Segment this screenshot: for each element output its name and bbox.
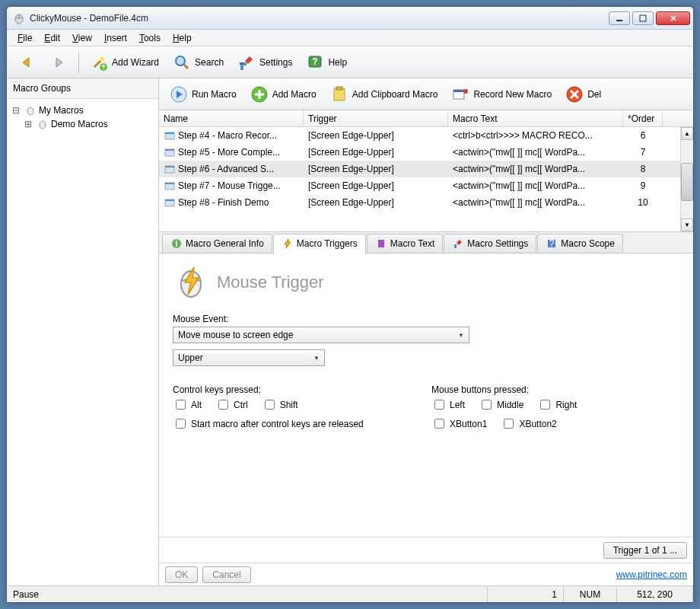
run-macro-button[interactable]: Run Macro bbox=[164, 82, 243, 107]
search-button[interactable]: Search bbox=[167, 50, 230, 75]
start-after-checkbox[interactable]: Start macro after control keys are relea… bbox=[173, 416, 401, 431]
scrollbar[interactable]: ▲ ▼ bbox=[680, 127, 693, 231]
left-checkbox[interactable]: Left bbox=[431, 397, 465, 412]
control-keys-label: Control keys pressed: bbox=[173, 384, 401, 395]
search-label: Search bbox=[195, 57, 224, 68]
arrow-right-icon bbox=[49, 53, 68, 72]
bookmark-icon bbox=[375, 238, 387, 250]
alt-checkbox[interactable]: Alt bbox=[173, 397, 202, 412]
bolt-icon bbox=[282, 238, 294, 250]
expand-icon[interactable]: ⊟ bbox=[10, 105, 22, 116]
scroll-down-icon[interactable]: ▼ bbox=[681, 218, 693, 231]
svg-text:+: + bbox=[100, 61, 106, 72]
svg-point-11 bbox=[27, 107, 33, 115]
tab-general-label: Macro General Info bbox=[186, 238, 264, 249]
app-window: ClickyMouse - DemoFile.4cm File Edit Vie… bbox=[6, 6, 694, 603]
table-row[interactable]: Step #6 - Advanced S...[Screen Edge-Uppe… bbox=[159, 161, 693, 177]
svg-rect-24 bbox=[165, 149, 174, 151]
add-macro-button[interactable]: Add Macro bbox=[244, 82, 323, 107]
shift-checkbox[interactable]: Shift bbox=[262, 397, 298, 412]
delete-label: Del bbox=[587, 89, 601, 100]
edge-combo[interactable]: Upper▼ bbox=[173, 349, 325, 366]
tab-content: Mouse Trigger Mouse Event: Move mouse to… bbox=[159, 253, 693, 537]
cancel-button[interactable]: Cancel bbox=[202, 566, 250, 583]
xbutton1-checkbox[interactable]: XButton1 bbox=[431, 416, 487, 431]
col-name[interactable]: Name bbox=[159, 110, 304, 126]
minimize-button[interactable] bbox=[609, 11, 630, 25]
help-button[interactable]: ?Help bbox=[300, 50, 353, 75]
macro-icon bbox=[164, 163, 176, 175]
delete-button[interactable]: Del bbox=[559, 82, 607, 107]
tab-text-label: Macro Text bbox=[390, 238, 434, 249]
status-count: 1 bbox=[488, 586, 564, 602]
close-button[interactable] bbox=[656, 11, 690, 25]
ok-button[interactable]: OK bbox=[165, 566, 198, 583]
table-row[interactable]: Step #4 - Macro Recor...[Screen Edge-Upp… bbox=[159, 127, 693, 144]
back-button[interactable] bbox=[11, 50, 42, 75]
record-macro-button[interactable]: Record New Macro bbox=[445, 82, 558, 107]
scroll-up-icon[interactable]: ▲ bbox=[681, 127, 693, 140]
vendor-link[interactable]: www.pitrinec.com bbox=[616, 569, 687, 580]
info-icon: i bbox=[170, 238, 183, 250]
menu-edit[interactable]: Edit bbox=[38, 31, 66, 45]
scroll-thumb[interactable] bbox=[681, 163, 693, 201]
forward-button[interactable] bbox=[43, 50, 74, 75]
tab-settings[interactable]: Macro Settings bbox=[444, 234, 536, 253]
add-wizard-label: Add Wizard bbox=[112, 57, 159, 68]
tab-triggers-label: Macro Triggers bbox=[297, 238, 358, 249]
add-icon bbox=[250, 85, 269, 104]
menu-view[interactable]: View bbox=[66, 31, 98, 45]
search-icon bbox=[173, 53, 191, 72]
menu-file[interactable]: File bbox=[11, 31, 38, 45]
clipboard-icon bbox=[330, 85, 348, 104]
add-wizard-button[interactable]: +Add Wizard bbox=[84, 50, 165, 75]
col-order[interactable]: *Order bbox=[623, 110, 663, 126]
table-row[interactable]: Step #7 - Mouse Trigge...[Screen Edge-Up… bbox=[159, 177, 693, 194]
table-row[interactable]: Step #5 - More Comple...[Screen Edge-Upp… bbox=[159, 144, 693, 161]
settings-button[interactable]: Settings bbox=[231, 50, 298, 75]
list-body[interactable]: Step #4 - Macro Recor...[Screen Edge-Upp… bbox=[159, 127, 693, 231]
svg-rect-22 bbox=[165, 132, 174, 134]
menu-insert[interactable]: Insert bbox=[98, 31, 133, 45]
scroll-track[interactable] bbox=[681, 140, 693, 218]
tab-scope[interactable]: ?Macro Scope bbox=[537, 234, 623, 253]
window-title: ClickyMouse - DemoFile.4cm bbox=[30, 13, 609, 24]
col-text[interactable]: Macro Text bbox=[448, 110, 623, 126]
status-bar: Pause 1 NUM 512, 290 bbox=[7, 585, 693, 602]
add-macro-label: Add Macro bbox=[272, 89, 317, 100]
menu-tools[interactable]: Tools bbox=[133, 31, 167, 45]
col-trigger[interactable]: Trigger bbox=[304, 110, 448, 126]
mouse-event-combo[interactable]: Move mouse to screen edge▼ bbox=[173, 327, 469, 343]
tab-triggers[interactable]: Macro Triggers bbox=[273, 234, 366, 253]
svg-rect-9 bbox=[243, 62, 247, 65]
wizard-icon: + bbox=[90, 53, 108, 72]
svg-rect-33 bbox=[378, 240, 384, 247]
xbutton2-checkbox[interactable]: XButton2 bbox=[501, 416, 556, 431]
svg-point-6 bbox=[176, 56, 185, 65]
tab-general[interactable]: iMacro General Info bbox=[162, 234, 272, 253]
macro-tree[interactable]: ⊟ My Macros ⊞ Demo Macros bbox=[7, 99, 158, 585]
svg-rect-34 bbox=[454, 244, 457, 248]
menu-help[interactable]: Help bbox=[167, 31, 198, 45]
tree-child[interactable]: ⊞ Demo Macros bbox=[10, 117, 155, 131]
help-label: Help bbox=[328, 57, 347, 68]
table-row[interactable]: Step #8 - Finish Demo[Screen Edge-Upper]… bbox=[159, 194, 693, 211]
add-clipboard-button[interactable]: Add Clipboard Macro bbox=[324, 82, 444, 107]
right-checkbox[interactable]: Right bbox=[537, 397, 577, 412]
expand-icon[interactable]: ⊞ bbox=[22, 119, 34, 129]
tab-scope-label: Macro Scope bbox=[561, 238, 615, 249]
mouse-trigger-icon bbox=[173, 263, 209, 301]
trigger-nav-button[interactable]: Trigger 1 of 1 ... bbox=[603, 542, 687, 559]
maximize-button[interactable] bbox=[632, 11, 654, 25]
macro-icon bbox=[164, 146, 176, 158]
tree-root[interactable]: ⊟ My Macros bbox=[10, 104, 155, 117]
ctrl-checkbox[interactable]: Ctrl bbox=[215, 397, 248, 412]
question-icon: ? bbox=[546, 238, 558, 250]
chevron-down-icon: ▼ bbox=[313, 355, 320, 362]
content-area: Macro Groups ⊟ My Macros ⊞ Demo Macros R… bbox=[7, 78, 693, 585]
middle-checkbox[interactable]: Middle bbox=[479, 397, 523, 412]
svg-text:?: ? bbox=[313, 56, 318, 67]
tab-text[interactable]: Macro Text bbox=[367, 234, 443, 253]
control-keys-group: Control keys pressed: Alt Ctrl Shift Sta… bbox=[173, 384, 401, 435]
macro-toolbar: Run Macro Add Macro Add Clipboard Macro … bbox=[159, 78, 693, 110]
